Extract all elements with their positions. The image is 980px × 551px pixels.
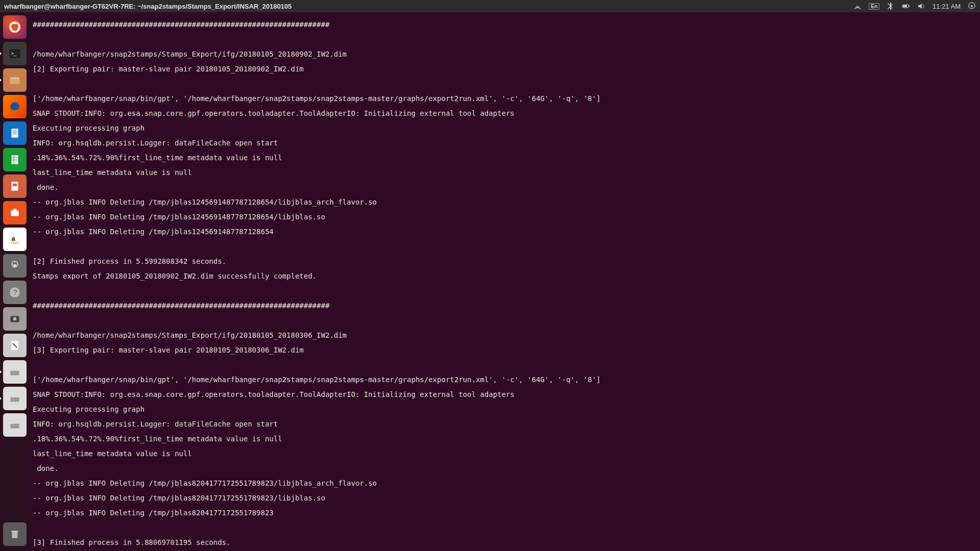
output-line: INFO: org.hsqldb.persist.Logger: dataFil… [33, 139, 977, 147]
output-line [33, 317, 977, 324]
firefox-app-icon[interactable] [3, 95, 27, 118]
svg-point-6 [14, 22, 16, 24]
dash-home-icon[interactable] [3, 15, 27, 39]
output-line [33, 287, 977, 295]
terminal-app-icon[interactable]: >_ [3, 42, 27, 65]
output-line: -- org.jblas INFO Deleting /tmp/jblas124… [33, 213, 977, 221]
launcher-dock: >_ a ? [0, 12, 30, 551]
svg-rect-23 [13, 184, 17, 186]
output-line: .18%.36%.54%.72%.90%first_line_time meta… [33, 154, 977, 162]
output-line: -- org.jblas INFO Deleting /tmp/jblas820… [33, 494, 977, 502]
svg-point-3 [971, 5, 973, 7]
svg-rect-17 [13, 134, 17, 134]
screenshot-app-icon[interactable] [3, 307, 27, 331]
output-line: -- org.jblas INFO Deleting /tmp/jblas820… [33, 480, 977, 487]
svg-point-7 [10, 28, 12, 30]
svg-text:a: a [12, 235, 16, 242]
battery-icon[interactable] [902, 2, 910, 10]
volume-icon[interactable] [917, 2, 925, 10]
output-line [33, 243, 977, 251]
window-title: wharfbanger@wharfbanger-GT62VR-7RE: ~/sn… [4, 3, 292, 10]
output-line: ['/home/wharfbanger/snap/bin/gpt', '/hom… [33, 95, 977, 103]
amazon-app-icon[interactable]: a [3, 228, 27, 251]
input-source-indicator[interactable]: En [869, 3, 879, 10]
output-line: Executing processing graph [33, 406, 977, 413]
disk-mount-icon[interactable] [3, 360, 27, 384]
trash-icon[interactable] [3, 522, 27, 546]
output-line: .18%.36%.54%.72%.90%first_line_time meta… [33, 435, 977, 443]
output-line: last_line_time metadata value is null [33, 169, 977, 177]
separator-line: ########################################… [33, 302, 977, 310]
help-app-icon[interactable]: ? [3, 281, 27, 304]
terminal-output[interactable]: ########################################… [30, 12, 980, 551]
svg-point-5 [11, 23, 18, 31]
output-line: done. [33, 465, 977, 472]
svg-rect-20 [12, 160, 18, 160]
output-line: INFO: org.hsqldb.persist.Logger: dataFil… [33, 420, 977, 428]
output-line: Executing processing graph [33, 124, 977, 132]
svg-rect-19 [12, 158, 18, 158]
network-icon[interactable] [853, 2, 862, 10]
separator-line: ########################################… [33, 21, 977, 29]
output-line: -- org.jblas INFO Deleting /tmp/jblas124… [33, 198, 977, 206]
svg-rect-14 [12, 129, 18, 137]
svg-rect-24 [11, 211, 18, 216]
settings-app-icon[interactable] [3, 254, 27, 278]
output-line: ['/home/wharfbanger/snap/bin/gpt', '/hom… [33, 376, 977, 384]
disk-mount-icon-3[interactable] [3, 413, 27, 437]
output-line: -- org.jblas INFO Deleting /tmp/jblas124… [33, 228, 977, 236]
svg-rect-36 [12, 532, 18, 538]
clock-text[interactable]: 11:21 AM [933, 3, 961, 10]
svg-rect-33 [10, 371, 19, 375]
svg-rect-25 [13, 209, 17, 211]
output-line: [3] Finished process in 5.88069701195 se… [33, 539, 977, 546]
svg-rect-12 [10, 79, 20, 84]
output-line: [2] Exporting pair: master-slave pair 20… [33, 65, 977, 73]
output-line: [3] Exporting pair: master-slave pair 20… [33, 346, 977, 354]
files-app-icon[interactable] [3, 68, 27, 92]
svg-text:>_: >_ [11, 51, 17, 56]
output-line [33, 361, 977, 369]
impress-app-icon[interactable] [3, 174, 27, 198]
svg-text:?: ? [13, 288, 17, 296]
svg-point-31 [13, 317, 17, 321]
svg-point-8 [17, 28, 19, 30]
svg-rect-37 [12, 531, 18, 532]
software-app-icon[interactable] [3, 201, 27, 224]
bluetooth-icon[interactable] [887, 2, 895, 10]
output-line: /home/wharfbanger/snap2stamps/Stamps_Exp… [33, 332, 977, 339]
svg-rect-2 [903, 5, 907, 7]
svg-rect-34 [10, 397, 19, 402]
output-line: [2] Finished process in 5.5992808342 sec… [33, 258, 977, 265]
svg-rect-1 [909, 6, 910, 7]
svg-rect-15 [13, 131, 17, 131]
calc-app-icon[interactable] [3, 148, 27, 171]
output-line: -- org.jblas INFO Deleting /tmp/jblas820… [33, 509, 977, 517]
svg-rect-21 [14, 155, 14, 164]
output-line [33, 36, 977, 43]
output-line [33, 80, 977, 88]
output-line: last_line_time metadata value is null [33, 450, 977, 458]
svg-rect-16 [13, 132, 17, 133]
output-line: done. [33, 184, 977, 191]
output-line: SNAP STDOUT:INFO: org.esa.snap.core.gpf.… [33, 391, 977, 398]
svg-rect-35 [10, 424, 19, 429]
output-line [33, 524, 977, 532]
writer-app-icon[interactable] [3, 121, 27, 145]
disk-mount-icon-2[interactable] [3, 387, 27, 410]
output-line: /home/wharfbanger/snap2stamps/Stamps_Exp… [33, 51, 977, 58]
gear-icon[interactable] [968, 2, 976, 10]
svg-rect-11 [10, 78, 19, 79]
output-line: SNAP STDOUT:INFO: org.esa.snap.core.gpf.… [33, 110, 977, 117]
output-line: Stamps export of 20180105_20180902_IW2.d… [33, 272, 977, 280]
text-editor-app-icon[interactable] [3, 334, 27, 357]
top-panel: wharfbanger@wharfbanger-GT62VR-7RE: ~/sn… [0, 0, 980, 12]
